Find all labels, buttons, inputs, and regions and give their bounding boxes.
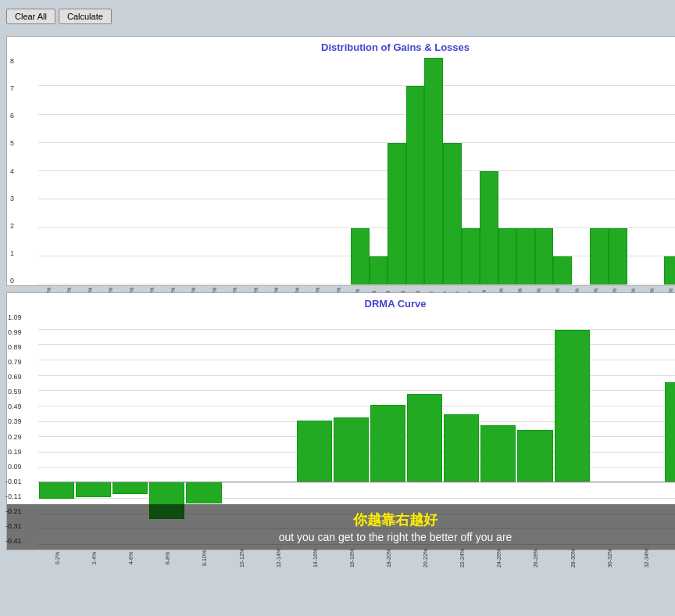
- calculate-button[interactable]: Calculate: [59, 9, 112, 24]
- histogram-bar: [424, 58, 443, 285]
- histogram-title: Distribution of Gains & Losses: [7, 37, 675, 55]
- histogram-bar-col: [204, 58, 223, 285]
- histogram-chart: Distribution of Gains & Losses 8 7 6 5 4…: [6, 36, 675, 286]
- drma-bar: [39, 482, 74, 499]
- subtitle-chinese: 你越靠右越好: [10, 510, 675, 529]
- histogram-bar-col: [148, 58, 167, 285]
- histogram-bar: [462, 228, 480, 285]
- histogram-bar-col: [314, 58, 333, 285]
- toolbar: Clear All Calculate: [0, 0, 675, 33]
- drma-bar: [370, 405, 405, 482]
- histogram-bar-col: [535, 58, 554, 285]
- subtitle-overlay: 你越靠右越好 out you can get to the right the …: [7, 504, 675, 550]
- histogram-bar: [609, 228, 627, 285]
- drma-title: DRMA Curve: [7, 293, 675, 311]
- histogram-bar: [443, 143, 462, 285]
- drma-zero-line: [38, 482, 675, 482]
- histogram-bar-col: [443, 58, 462, 285]
- histogram-bar-col: [259, 58, 278, 285]
- histogram-bar-col: [645, 58, 664, 285]
- drma-bar: [112, 482, 148, 494]
- histogram-bar-col: [167, 58, 186, 285]
- histogram-bar-col: [609, 58, 627, 285]
- histogram-bar-col: [277, 58, 296, 285]
- histogram-bar-col: [185, 58, 204, 285]
- drma-bar: [665, 382, 675, 482]
- histogram-bar-col: [516, 58, 535, 285]
- histogram-bar-col: [75, 58, 94, 285]
- histogram-bar-col: [112, 58, 130, 285]
- drma-bar: [186, 482, 221, 503]
- drma-bar: [334, 417, 369, 482]
- histogram-bar-col: [388, 58, 406, 285]
- histogram-bar: [664, 256, 675, 285]
- histogram-bar: [370, 256, 388, 285]
- histogram-bar: [406, 86, 425, 285]
- histogram-bar-col: [222, 58, 241, 285]
- histogram-bar-col: [424, 58, 443, 285]
- drma-bar: [407, 394, 442, 482]
- histogram-bar: [590, 228, 609, 285]
- histogram-bar-col: [57, 58, 76, 285]
- histogram-bar-col: [296, 58, 315, 285]
- histogram-canvas: 8 7 6 5 4 3 2 1 0: [38, 58, 675, 285]
- histogram-bar: [516, 228, 535, 285]
- histogram-bar-col: [406, 58, 425, 285]
- histogram-bar: [498, 228, 517, 285]
- subtitle-english: out you can get to the right the better …: [10, 531, 675, 543]
- histogram-bar: [351, 228, 370, 285]
- histogram-bar: [480, 171, 498, 285]
- histogram-chart-area: 8 7 6 5 4 3 2 1 0: [38, 58, 675, 314]
- histogram-bar-col: [38, 58, 57, 285]
- histogram-bar-col: [333, 58, 352, 285]
- histogram-bar: [388, 143, 406, 285]
- histogram-y-axis: 8 7 6 5 4 3 2 1 0: [10, 58, 14, 285]
- drma-bar: [444, 414, 479, 482]
- histogram-bar-col: [130, 58, 149, 285]
- histogram-bar-col: [664, 58, 675, 285]
- histogram-bar-col: [498, 58, 517, 285]
- drma-bar: [517, 430, 552, 482]
- clear-all-button[interactable]: Clear All: [6, 9, 55, 24]
- histogram-bar-col: [370, 58, 388, 285]
- histogram-bar-col: [590, 58, 609, 285]
- histogram-bar-col: [480, 58, 498, 285]
- histogram-bar-col: [351, 58, 370, 285]
- histogram-bar-col: [462, 58, 480, 285]
- histogram-bar-col: [553, 58, 572, 285]
- histogram-bar: [553, 256, 572, 285]
- histogram-bars: [38, 58, 675, 285]
- histogram-bar-col: [94, 58, 112, 285]
- histogram-bar-col: [627, 58, 646, 285]
- drma-bar: [297, 421, 332, 482]
- drma-chart: DRMA Curve 1.09 0.99 0.89 0.79 0.69 0.59…: [6, 292, 675, 550]
- drma-x-axis: 0-2%2-4%4-6%6-8%8-10%10-12%12-14%14-16%1…: [38, 546, 675, 575]
- drma-bar: [480, 425, 516, 482]
- histogram-bar-col: [241, 58, 259, 285]
- drma-bar: [555, 330, 590, 482]
- histogram-bar-col: [572, 58, 591, 285]
- drma-bar: [76, 482, 111, 497]
- histogram-bar: [535, 228, 554, 285]
